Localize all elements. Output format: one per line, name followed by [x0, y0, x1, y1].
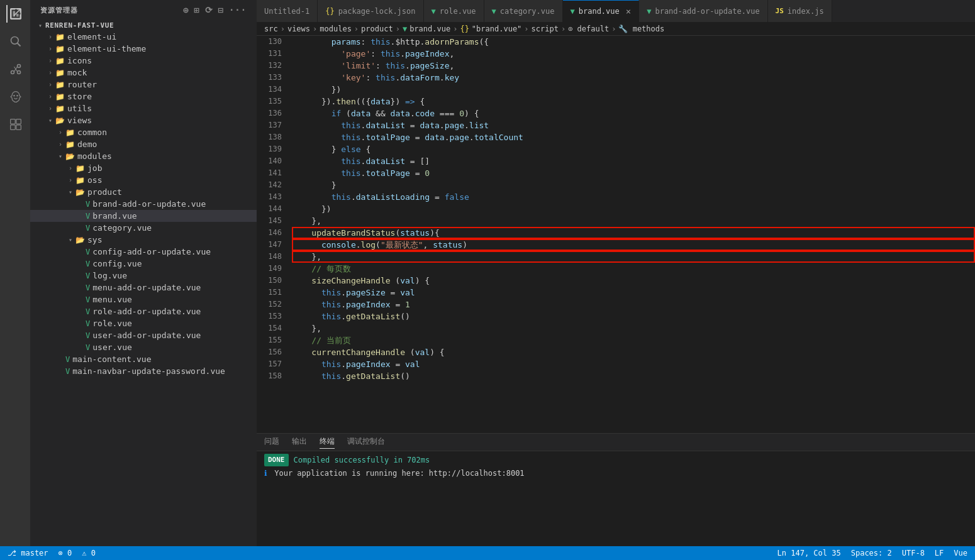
sidebar-item-brand-add-or-update[interactable]: V brand-add-or-update.vue: [30, 198, 257, 210]
sidebar-item-main-navbar[interactable]: V main-navbar-update-password.vue: [30, 365, 257, 377]
tree-root[interactable]: ▾ RENREN-FAST-VUE: [30, 20, 257, 31]
folder-icon: 📁: [65, 140, 75, 149]
sidebar-item-element-ui[interactable]: › 📁 element-ui: [30, 31, 257, 43]
sidebar-item-mock[interactable]: › 📁 mock: [30, 67, 257, 79]
tab-brand-add-vue[interactable]: ▼ brand-add-or-update.vue: [639, 0, 767, 22]
sidebar-item-modules[interactable]: ▾ 📂 modules: [30, 150, 257, 162]
refresh-icon[interactable]: ⟳: [205, 5, 213, 15]
sidebar-item-store[interactable]: › 📁 store: [30, 91, 257, 102]
warning-count[interactable]: ⚠ 0: [82, 549, 96, 557]
line-number: 144: [267, 203, 282, 215]
cursor-position[interactable]: Ln 147, Col 35: [777, 549, 841, 557]
sidebar-item-user-add-or-update[interactable]: V user-add-or-update.vue: [30, 329, 257, 341]
sidebar-item-demo[interactable]: › 📁 demo: [30, 138, 257, 150]
tab-untitled[interactable]: Untitled-1: [257, 0, 318, 22]
sidebar-item-utils[interactable]: › 📁 utils: [30, 102, 257, 114]
search-icon[interactable]: [6, 33, 24, 50]
sidebar-item-oss[interactable]: › 📁 oss: [30, 174, 257, 186]
sidebar-item-user-vue[interactable]: V user.vue: [30, 341, 257, 353]
tab-problems[interactable]: 问题: [264, 436, 279, 448]
sidebar-item-category-vue[interactable]: V category.vue: [30, 222, 257, 234]
sidebar-item-menu-add-or-update[interactable]: V menu-add-or-update.vue: [30, 282, 257, 294]
extensions-icon[interactable]: [6, 116, 24, 133]
sidebar-item-router[interactable]: › 📁 router: [30, 79, 257, 91]
more-icon[interactable]: ···: [229, 5, 247, 15]
explorer-icon[interactable]: [6, 5, 24, 23]
sidebar-item-brand-vue[interactable]: V brand.vue: [30, 210, 257, 222]
tab-category-vue[interactable]: ▼ category.vue: [484, 0, 563, 22]
sidebar-item-main-content[interactable]: V main-content.vue: [30, 353, 257, 365]
collapse-icon[interactable]: ⊟: [218, 5, 224, 15]
sidebar-item-job[interactable]: › 📁 job: [30, 162, 257, 174]
tab-terminal[interactable]: 终端: [320, 436, 335, 449]
sidebar-item-role-vue[interactable]: V role.vue: [30, 317, 257, 329]
sidebar-item-role-add-or-update[interactable]: V role-add-or-update.vue: [30, 305, 257, 317]
sidebar-item-config-add-or-update[interactable]: V config-add-or-update.vue: [30, 246, 257, 258]
error-count[interactable]: ⊗ 0: [58, 549, 72, 557]
bottom-panel: 问题 输出 终端 调试控制台 DONE Compiled successfull…: [257, 433, 975, 546]
sidebar: 资源管理器 ⊕ ⊞ ⟳ ⊟ ··· ▾ RENREN-FAST-VUE › 📁: [30, 0, 257, 546]
status-bar: ⎇ master ⊗ 0 ⚠ 0 Ln 147, Col 35 Spaces: …: [0, 546, 975, 560]
svg-rect-8: [11, 119, 16, 124]
tab-package-lock[interactable]: {} package-lock.json: [318, 0, 423, 22]
tab-brand-vue[interactable]: ▼ brand.vue ×: [563, 0, 640, 22]
tab-output[interactable]: 输出: [292, 436, 307, 448]
line-number: 149: [267, 263, 282, 275]
sidebar-title: 资源管理器: [40, 6, 77, 15]
sidebar-header: 资源管理器 ⊕ ⊞ ⟳ ⊟ ···: [30, 0, 257, 20]
vue-icon: V: [86, 212, 90, 221]
new-file-icon[interactable]: ⊕: [183, 5, 189, 15]
line-ending[interactable]: LF: [935, 549, 944, 557]
line-number: 153: [267, 310, 282, 322]
code-content[interactable]: params: this.$http.adornParams({ 'page':…: [287, 36, 975, 433]
code-line: // 当前页: [292, 334, 975, 346]
tab-bar: Untitled-1 {} package-lock.json ▼ role.v…: [257, 0, 975, 22]
svg-rect-10: [11, 125, 16, 130]
sidebar-item-config-vue[interactable]: V config.vue: [30, 258, 257, 270]
code-line: }): [292, 84, 975, 96]
sidebar-item-product[interactable]: ▾ 📂 product: [30, 186, 257, 198]
activity-bar: [0, 0, 30, 546]
vue-icon: V: [86, 200, 90, 209]
line-number: 133: [267, 72, 282, 84]
debug-icon[interactable]: [6, 88, 24, 106]
spaces[interactable]: Spaces: 2: [851, 549, 892, 557]
folder-icon: 📁: [55, 80, 65, 89]
sidebar-item-views[interactable]: ▾ 📂 views: [30, 114, 257, 126]
git-branch[interactable]: ⎇ master: [8, 549, 48, 557]
sidebar-item-common[interactable]: › 📁 common: [30, 126, 257, 138]
vue-icon: V: [86, 260, 90, 268]
compile-success-text: Compiled successfully in 702ms: [294, 454, 430, 466]
vue-icon: V: [65, 355, 70, 364]
code-line: this.getDataList(): [292, 370, 975, 382]
line-number: 146: [267, 227, 282, 239]
sidebar-item-sys[interactable]: ▾ 📂 sys: [30, 234, 257, 246]
sidebar-item-element-ui-theme[interactable]: › 📁 element-ui-theme: [30, 43, 257, 55]
code-line: },: [292, 215, 975, 227]
code-line: console.log("最新状态", status): [292, 239, 975, 251]
tab-role-vue[interactable]: ▼ role.vue: [424, 0, 484, 22]
folder-icon: 📁: [55, 33, 65, 41]
sidebar-item-icons[interactable]: › 📁 icons: [30, 55, 257, 67]
tab-debug-console[interactable]: 调试控制台: [347, 436, 385, 448]
new-folder-icon[interactable]: ⊞: [194, 5, 200, 15]
sidebar-item-menu-vue[interactable]: V menu.vue: [30, 294, 257, 305]
code-line: sizeChangeHandle (val) {: [292, 275, 975, 287]
compile-done-line: DONE Compiled successfully in 702ms: [264, 454, 967, 466]
tab-index-js[interactable]: JS index.js: [768, 0, 832, 22]
language-mode[interactable]: Vue: [954, 549, 967, 557]
sidebar-item-log-vue[interactable]: V log.vue: [30, 270, 257, 282]
svg-rect-11: [16, 125, 21, 130]
encoding[interactable]: UTF-8: [902, 549, 925, 557]
code-line: },: [292, 322, 975, 334]
vue-icon: ▼: [571, 7, 575, 16]
tab-close-button[interactable]: ×: [626, 6, 631, 16]
line-number: 141: [267, 167, 282, 179]
terminal-content[interactable]: DONE Compiled successfully in 702ms ℹ Yo…: [257, 451, 975, 546]
tab-label: index.js: [788, 7, 824, 16]
line-number: 140: [267, 155, 282, 167]
line-number: 130: [267, 36, 282, 48]
code-line: 'key': this.dataForm.key: [292, 72, 975, 84]
source-control-icon[interactable]: [6, 60, 24, 78]
code-line: },: [292, 251, 975, 263]
